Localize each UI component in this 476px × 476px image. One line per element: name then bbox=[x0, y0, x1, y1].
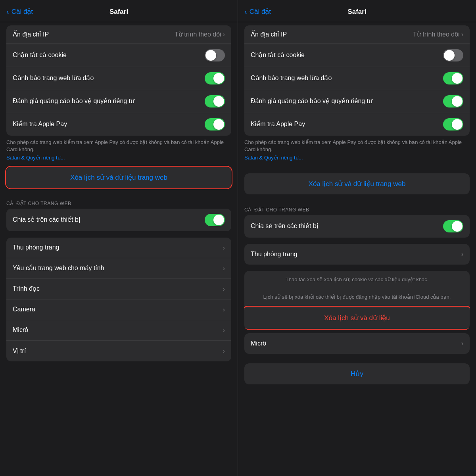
right-block-cookie-row[interactable]: Chặn tất cả cookie bbox=[244, 44, 470, 67]
left-block-cookie-toggle[interactable] bbox=[205, 49, 225, 61]
right-apple-pay-thumb bbox=[452, 119, 463, 130]
left-apple-pay-thumb bbox=[213, 119, 224, 130]
left-desktop-row[interactable]: Yêu cầu trang web cho máy tính › bbox=[6, 258, 231, 279]
right-back-chevron-icon: ‹ bbox=[244, 7, 247, 16]
left-back-chevron-icon: ‹ bbox=[6, 7, 9, 16]
left-fraud-warning-toggle[interactable] bbox=[205, 72, 225, 84]
right-ip-value: Từ trình theo dõi bbox=[413, 31, 460, 38]
left-block-cookie-row[interactable]: Chặn tất cả cookie bbox=[6, 44, 231, 67]
left-apple-pay-row[interactable]: Kiểm tra Apple Pay bbox=[6, 113, 231, 136]
left-back-button[interactable]: ‹ Cài đặt bbox=[6, 7, 33, 16]
left-ad-privacy-label: Đánh giá quảng cáo bảo vệ quyền riêng tư bbox=[13, 97, 205, 106]
left-clear-history-card[interactable]: Xóa lịch sử và dữ liệu trang web bbox=[6, 167, 231, 188]
right-delete-button[interactable]: Xóa lịch sử và dữ liệu bbox=[244, 307, 470, 328]
right-apple-pay-info: Cho phép các trang web kiểm tra xem Appl… bbox=[238, 136, 476, 153]
right-apple-pay-label: Kiểm tra Apple Pay bbox=[251, 120, 443, 129]
left-clear-history-row[interactable]: Xóa lịch sử và dữ liệu trang web bbox=[6, 167, 231, 188]
right-block-cookie-thumb bbox=[444, 50, 455, 61]
right-fraud-warning-label: Cảnh báo trang web lừa đảo bbox=[251, 74, 443, 83]
right-share-toggle[interactable] bbox=[443, 220, 463, 232]
left-privacy-card: Chặn tất cả cookie Cảnh báo trang web lừ… bbox=[6, 44, 231, 136]
left-ip-row[interactable]: Ẩn địa chỉ IP Từ trình theo dõi › bbox=[6, 25, 231, 44]
right-micro-label: Micrô bbox=[251, 340, 461, 348]
left-web-section-label: CÀI ĐẶT CHO TRANG WEB bbox=[0, 194, 238, 209]
right-privacy-card: Chặn tất cả cookie Cảnh báo trang web lừ… bbox=[244, 44, 470, 136]
left-header: ‹ Cài đặt Safari bbox=[0, 0, 238, 22]
right-micro-card: Micrô › bbox=[244, 333, 470, 354]
left-apple-pay-toggle[interactable] bbox=[205, 118, 225, 131]
left-location-chevron-icon: › bbox=[223, 347, 225, 355]
right-back-button[interactable]: ‹ Cài đặt bbox=[244, 7, 271, 16]
left-ip-chevron-icon: › bbox=[223, 31, 225, 38]
right-apple-pay-toggle[interactable] bbox=[443, 118, 463, 131]
left-safari-link[interactable]: Safari & Quyền riêng tư... bbox=[0, 153, 238, 167]
right-clear-history-label: Xóa lịch sử và dữ liệu trang web bbox=[309, 180, 406, 188]
right-cancel-button[interactable]: Hủy bbox=[244, 363, 470, 384]
left-share-card: Chia sẻ trên các thiết bị bbox=[6, 209, 231, 231]
right-clear-history-card[interactable]: Xóa lịch sử và dữ liệu trang web bbox=[244, 173, 470, 194]
right-share-thumb bbox=[452, 221, 463, 232]
left-ip-value: Từ trình theo dõi bbox=[175, 31, 221, 38]
left-ad-privacy-toggle[interactable] bbox=[205, 95, 225, 107]
left-micro-row[interactable]: Micrô › bbox=[6, 320, 231, 341]
right-ad-privacy-thumb bbox=[452, 96, 463, 107]
left-camera-chevron-icon: › bbox=[223, 306, 225, 313]
left-ad-privacy-row[interactable]: Đánh giá quảng cáo bảo vệ quyền riêng tư bbox=[6, 90, 231, 113]
right-block-cookie-label: Chặn tất cả cookie bbox=[251, 51, 443, 60]
left-fraud-warning-label: Cảnh báo trang web lừa đảo bbox=[13, 74, 205, 83]
right-block-cookie-toggle[interactable] bbox=[443, 49, 463, 61]
left-clear-history-label: Xóa lịch sử và dữ liệu trang web bbox=[70, 173, 167, 182]
left-fraud-warning-row[interactable]: Cảnh báo trang web lừa đảo bbox=[6, 67, 231, 90]
left-scroll-content: Ẩn địa chỉ IP Từ trình theo dõi › Chặn t… bbox=[0, 22, 238, 476]
right-clear-history-row[interactable]: Xóa lịch sử và dữ liệu trang web bbox=[244, 173, 470, 194]
right-zoom-label: Thu phóng trang bbox=[251, 250, 461, 259]
left-fraud-warning-thumb bbox=[213, 73, 224, 84]
left-share-toggle[interactable] bbox=[205, 214, 225, 226]
right-back-label: Cài đặt bbox=[250, 8, 271, 16]
left-desktop-label: Yêu cầu trang web cho máy tính bbox=[13, 264, 223, 273]
right-ip-label: Ẩn địa chỉ IP bbox=[251, 31, 413, 38]
left-reader-chevron-icon: › bbox=[223, 286, 225, 293]
right-header: ‹ Cài đặt Safari bbox=[238, 0, 476, 22]
left-header-title: Safari bbox=[109, 8, 128, 16]
left-apple-pay-label: Kiểm tra Apple Pay bbox=[13, 120, 205, 129]
right-ad-privacy-row[interactable]: Đánh giá quảng cáo bảo vệ quyền riêng tư bbox=[244, 90, 470, 113]
left-desktop-chevron-icon: › bbox=[223, 265, 225, 272]
right-header-title: Safari bbox=[347, 8, 366, 16]
right-fraud-warning-row[interactable]: Cảnh báo trang web lừa đảo bbox=[244, 67, 470, 90]
right-share-row[interactable]: Chia sẻ trên các thiết bị bbox=[244, 215, 470, 238]
right-zoom-chevron-icon: › bbox=[461, 251, 463, 258]
right-confirm-info1: Thao tác xóa sẽ xóa lịch sử, cookie và c… bbox=[244, 271, 470, 288]
left-reader-row[interactable]: Trình đọc › bbox=[6, 279, 231, 299]
left-block-cookie-thumb bbox=[205, 50, 216, 61]
right-zoom-row[interactable]: Thu phóng trang › bbox=[244, 244, 470, 265]
right-ad-privacy-toggle[interactable] bbox=[443, 95, 463, 107]
right-ip-card: Ẩn địa chỉ IP Từ trình theo dõi › bbox=[244, 25, 470, 44]
right-apple-pay-row[interactable]: Kiểm tra Apple Pay bbox=[244, 113, 470, 136]
right-share-label: Chia sẻ trên các thiết bị bbox=[251, 222, 443, 230]
left-location-row[interactable]: Vị trí › bbox=[6, 341, 231, 361]
right-safari-link[interactable]: Safari & Quyền riêng tư... bbox=[238, 153, 476, 167]
left-reader-label: Trình đọc bbox=[13, 285, 223, 293]
right-confirm-area: Thao tác xóa sẽ xóa lịch sử, cookie và c… bbox=[244, 271, 470, 330]
left-share-label: Chia sẻ trên các thiết bị bbox=[13, 216, 205, 224]
left-ad-privacy-thumb bbox=[213, 96, 224, 107]
right-micro-chevron-icon: › bbox=[461, 340, 463, 347]
left-camera-row[interactable]: Camera › bbox=[6, 299, 231, 320]
left-ip-label: Ẩn địa chỉ IP bbox=[13, 31, 175, 38]
left-share-thumb bbox=[213, 215, 224, 225]
left-zoom-row[interactable]: Thu phóng trang › bbox=[6, 238, 231, 258]
left-location-label: Vị trí bbox=[13, 347, 223, 355]
left-share-row[interactable]: Chia sẻ trên các thiết bị bbox=[6, 209, 231, 231]
left-zoom-label: Thu phóng trang bbox=[13, 244, 223, 252]
right-ip-row[interactable]: Ẩn địa chỉ IP Từ trình theo dõi › bbox=[244, 25, 470, 44]
right-zoom-card: Thu phóng trang › bbox=[244, 244, 470, 265]
right-fraud-warning-toggle[interactable] bbox=[443, 72, 463, 84]
right-micro-row[interactable]: Micrô › bbox=[244, 333, 470, 354]
left-zoom-chevron-icon: › bbox=[223, 244, 225, 251]
right-ad-privacy-label: Đánh giá quảng cáo bảo vệ quyền riêng tư bbox=[251, 97, 443, 106]
left-micro-label: Micrô bbox=[13, 326, 223, 334]
left-camera-label: Camera bbox=[13, 305, 223, 314]
right-ip-chevron-icon: › bbox=[461, 31, 463, 38]
left-micro-chevron-icon: › bbox=[223, 327, 225, 334]
